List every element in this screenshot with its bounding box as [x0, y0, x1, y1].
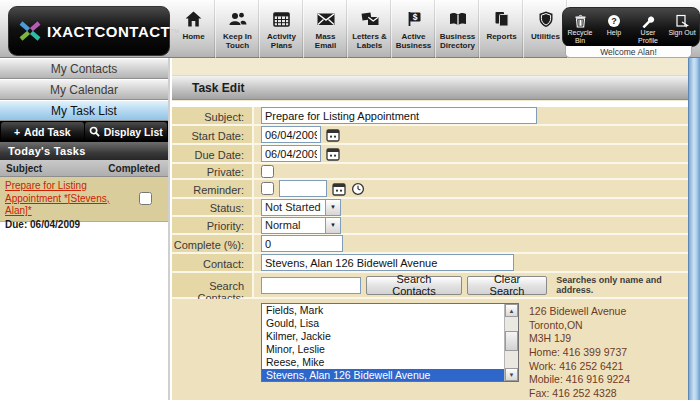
sidebar-item-my-task-list[interactable]: My Task List — [0, 100, 168, 121]
reminder-row: Reminder: — [172, 180, 688, 199]
priority-dropdown[interactable]: Normal ▼ — [261, 217, 341, 234]
toolbar-button-mass-email[interactable]: Mass Email — [304, 0, 348, 58]
complete-percent-input[interactable] — [261, 235, 343, 252]
task-column-headers: Subject Completed — [0, 160, 168, 177]
main-toolbar: Home Keep In Touch Activity Plans Mass E… — [172, 0, 568, 58]
scroll-down-arrow[interactable]: ▼ — [505, 368, 518, 381]
list-item[interactable]: Gould, Lisa — [262, 317, 518, 330]
add-task-button[interactable]: + Add Task — [1, 122, 84, 141]
sidebar-item-my-contacts[interactable]: My Contacts — [0, 58, 168, 79]
nav-label: My Contacts — [51, 62, 118, 76]
plus-icon: + — [14, 126, 20, 138]
start-date-input[interactable] — [261, 126, 321, 143]
question-icon: ? — [607, 13, 621, 28]
detail-address: 126 Bidewell Avenue — [529, 305, 630, 319]
trash-icon — [574, 13, 587, 28]
contact-input[interactable] — [261, 254, 514, 271]
list-item[interactable]: Reese, Mike — [262, 356, 518, 369]
welcome-banner: Welcome Alan! — [565, 46, 692, 58]
book-icon — [448, 7, 468, 31]
toolbar-label: Keep In Touch — [216, 32, 259, 50]
list-item[interactable]: Minor, Leslie — [262, 343, 518, 356]
pages-icon — [493, 7, 511, 31]
complete-label: Complete (%): — [172, 235, 254, 252]
private-checkbox[interactable] — [261, 165, 274, 178]
subject-label: Subject: — [172, 107, 254, 124]
due-date-calendar-icon[interactable] — [326, 147, 340, 161]
detail-fax: Fax: 416 252 4328 — [529, 387, 630, 400]
subject-row: Subject: — [172, 107, 688, 126]
search-contacts-input[interactable] — [261, 277, 361, 294]
ixact-x-logo-icon — [17, 18, 43, 44]
page-scrollbar[interactable] — [688, 58, 700, 400]
brand-logo[interactable]: IXACTCONTACT TM — [8, 6, 170, 56]
toolbar-button-active-business[interactable]: $ Active Business — [392, 0, 436, 58]
due-date-label: Due Date: — [172, 145, 254, 162]
sidebar: My Contacts My Calendar My Task List + A… — [0, 58, 170, 400]
clear-search-button[interactable]: Clear Search — [467, 276, 547, 295]
reminder-label: Reminder: — [172, 180, 254, 197]
toolbar-label: Letters & Labels — [348, 32, 391, 50]
sidebar-item-my-calendar[interactable]: My Calendar — [0, 79, 168, 100]
start-date-calendar-icon[interactable] — [326, 128, 340, 142]
toolbar-button-home[interactable]: Home — [172, 0, 216, 58]
scrollbar-thumb[interactable] — [505, 331, 518, 351]
home-icon — [184, 7, 203, 31]
top-bar: IXACTCONTACT TM Home Keep In Touch Ac — [0, 0, 700, 58]
task-link[interactable]: Prepare for Listing Appointment *[Steven… — [5, 180, 126, 218]
start-date-label: Start Date: — [172, 126, 254, 143]
display-list-label: Display List — [104, 126, 163, 138]
account-panel: Recycle Bin ? Help User Profile Sign Out — [562, 7, 700, 47]
user-profile-button[interactable]: User Profile — [631, 13, 665, 45]
help-button[interactable]: ? Help — [597, 13, 631, 37]
account-label: Help — [607, 29, 621, 37]
account-label: User Profile — [631, 29, 665, 45]
account-label: Sign Out — [668, 29, 695, 37]
search-contacts-row: Search Contacts: Search Contacts Clear S… — [172, 273, 688, 299]
toolbar-button-reports[interactable]: Reports — [480, 0, 524, 58]
brand-name: IXACTCONTACT — [47, 23, 170, 40]
scroll-up-arrow[interactable]: ▲ — [505, 304, 518, 317]
letters-icon — [360, 7, 380, 31]
contact-label: Contact: — [172, 254, 254, 271]
status-label: Status: — [172, 199, 254, 215]
subject-input[interactable] — [261, 107, 537, 124]
task-buttons-row: + Add Task Display List — [0, 121, 168, 142]
list-item[interactable]: Fields, Mark — [262, 304, 518, 317]
sign-out-button[interactable]: Sign Out — [665, 13, 699, 37]
status-row: Status: Not Started ▼ — [172, 199, 688, 217]
reminder-calendar-icon[interactable] — [332, 182, 346, 196]
reminder-clock-icon[interactable] — [351, 182, 365, 196]
search-contacts-label: Search Contacts: — [172, 273, 254, 297]
reminder-checkbox[interactable] — [261, 182, 274, 195]
display-list-button[interactable]: Display List — [85, 122, 168, 141]
list-item-selected[interactable]: Stevens, Alan 126 Bidewell Avenue — [262, 369, 518, 382]
task-edit-form: Subject: Start Date: Due Date: — [172, 101, 688, 400]
toolbar-label: Activity Plans — [260, 32, 303, 50]
page-title: Task Edit — [172, 75, 688, 100]
priority-label: Priority: — [172, 217, 254, 233]
start-date-row: Start Date: — [172, 126, 688, 145]
toolbar-label: Utilities — [531, 32, 560, 41]
due-date-input[interactable] — [261, 145, 321, 162]
due-date-row: Due Date: — [172, 145, 688, 164]
account-label: Recycle Bin — [563, 29, 597, 45]
detail-mobile-phone: Mobile: 416 916 9224 — [529, 373, 630, 387]
toolbar-button-letters-labels[interactable]: Letters & Labels — [348, 0, 392, 58]
contact-listbox[interactable]: Fields, Mark Gould, Lisa Kilmer, Jackie … — [261, 303, 519, 382]
priority-value: Normal — [262, 218, 325, 233]
status-dropdown[interactable]: Not Started ▼ — [261, 199, 341, 216]
toolbar-label: Reports — [486, 32, 516, 41]
reminder-input[interactable] — [279, 180, 327, 197]
toolbar-button-activity-plans[interactable]: Activity Plans — [260, 0, 304, 58]
search-contacts-button[interactable]: Search Contacts — [366, 276, 462, 295]
toolbar-button-business-directory[interactable]: Business Directory — [436, 0, 480, 58]
toolbar-button-keep-in-touch[interactable]: Keep In Touch — [216, 0, 260, 58]
toolbar-label: Business Directory — [436, 32, 479, 50]
recycle-bin-button[interactable]: Recycle Bin — [563, 13, 597, 45]
chevron-down-icon: ▼ — [325, 218, 340, 233]
shield-icon — [537, 7, 555, 31]
toolbar-label: Active Business — [392, 32, 435, 50]
task-completed-checkbox[interactable] — [139, 192, 152, 205]
list-item[interactable]: Kilmer, Jackie — [262, 330, 518, 343]
